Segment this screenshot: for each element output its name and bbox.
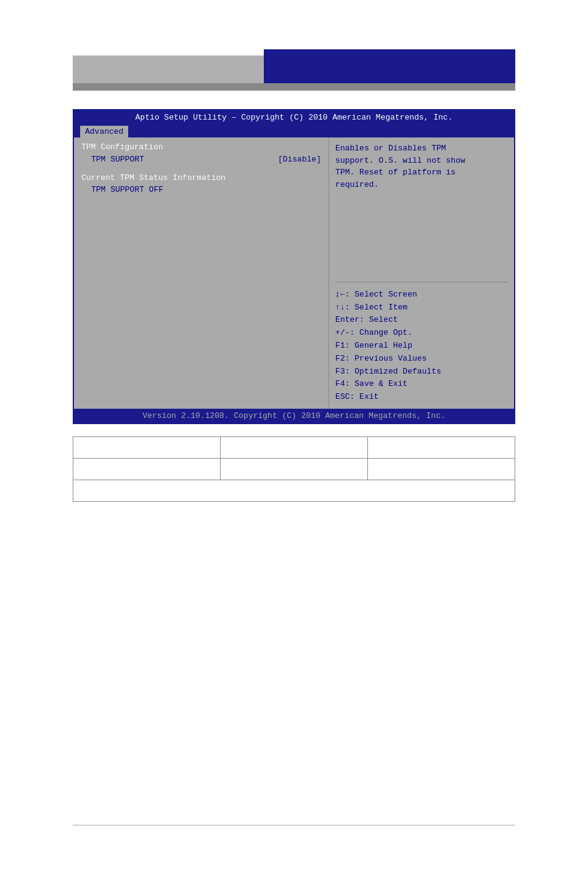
tpm-status-value: TPM SUPPORT OFF bbox=[81, 185, 321, 194]
key-esc: ESC: Exit bbox=[335, 391, 508, 404]
bios-tab-bar: Advanced bbox=[74, 125, 514, 137]
bios-title: Aptio Setup Utility – Copyright (C) 2010… bbox=[74, 110, 514, 125]
key-f2: F2: Previous Values bbox=[335, 353, 508, 366]
bottom-divider-line bbox=[73, 825, 515, 825]
bios-window: Aptio Setup Utility – Copyright (C) 2010… bbox=[73, 109, 515, 424]
header-left-block bbox=[73, 55, 264, 83]
tpm-support-label: TPM SUPPORT bbox=[91, 155, 144, 164]
tab-advanced[interactable]: Advanced bbox=[80, 126, 128, 137]
bios-item-tpm-support[interactable]: TPM SUPPORT [Disable] bbox=[81, 154, 321, 165]
bios-help-text: Enables or Disables TPM support. O.S. wi… bbox=[335, 142, 508, 276]
table-cell-1-3 bbox=[368, 437, 515, 459]
bios-left-panel: TPM Configuration TPM SUPPORT [Disable] … bbox=[74, 137, 329, 409]
table-row-top2 bbox=[73, 459, 515, 480]
section-tpm-config: TPM Configuration bbox=[81, 142, 321, 152]
key-f4: F4: Save & Exit bbox=[335, 378, 508, 391]
table-cell-2-2 bbox=[221, 459, 368, 480]
key-f1: F1: General Help bbox=[335, 340, 508, 353]
section-tpm-status: Current TPM Status Information bbox=[81, 173, 321, 182]
key-enter: Enter: Select bbox=[335, 314, 508, 327]
key-select-screen: ↨←: Select Screen bbox=[335, 289, 508, 301]
bios-divider bbox=[335, 282, 508, 282]
info-table bbox=[73, 436, 515, 502]
header-right-block bbox=[264, 49, 515, 83]
key-change-opt: +/-: Change Opt. bbox=[335, 327, 508, 340]
key-f3: F3: Optimized Defaults bbox=[335, 366, 508, 379]
top-header bbox=[73, 49, 515, 83]
key-select-item: ↑↓: Select Item bbox=[335, 301, 508, 314]
table-cell-1-1 bbox=[73, 437, 221, 459]
table-cell-2-1 bbox=[73, 459, 221, 480]
table-row-bottom bbox=[73, 480, 515, 502]
bios-footer: Version 2.10.1208. Copyright (C) 2010 Am… bbox=[74, 409, 514, 423]
table-cell-bottom bbox=[73, 480, 515, 502]
tpm-support-value: [Disable] bbox=[278, 155, 321, 164]
table-row-top bbox=[73, 437, 515, 459]
header-bar bbox=[73, 83, 515, 91]
bios-right-panel: Enables or Disables TPM support. O.S. wi… bbox=[329, 137, 514, 409]
bios-main-content: TPM Configuration TPM SUPPORT [Disable] … bbox=[74, 137, 514, 409]
table-cell-2-3 bbox=[368, 459, 515, 480]
table-cell-1-2 bbox=[221, 437, 368, 459]
bios-key-help: ↨←: Select Screen ↑↓: Select Item Enter:… bbox=[335, 289, 508, 404]
